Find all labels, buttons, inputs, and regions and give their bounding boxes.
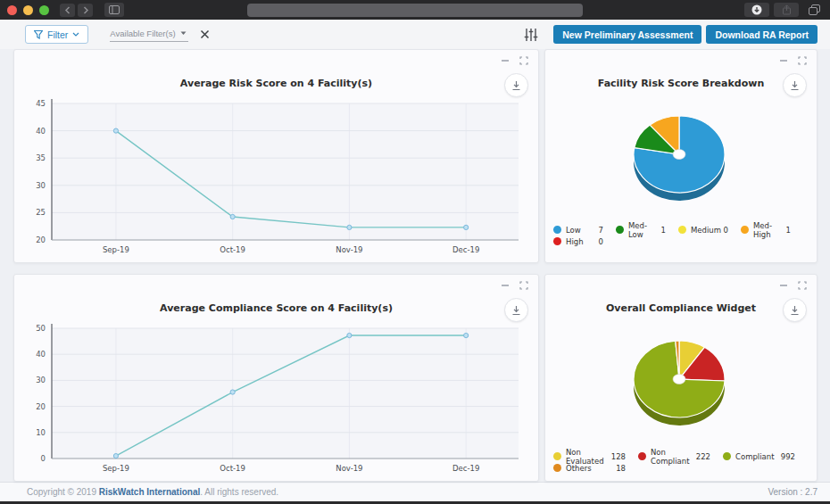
svg-text:Sep-19: Sep-19 [103,464,129,473]
tabs-icon [809,4,820,15]
data-point[interactable] [230,390,235,394]
legend-value: 222 [696,452,723,461]
legend-value: 0 [724,226,741,235]
legend-value: 1 [661,226,678,235]
collapse-icon[interactable] [501,281,510,290]
sidebar-toggle-button[interactable] [104,3,124,17]
version-label: Version : 2.7 [768,487,818,497]
download-icon [511,305,521,316]
browser-window: Filter Available Filter(s) New Prelimina… [0,0,830,504]
legend-swatch [638,452,646,460]
panel-actions [501,56,528,65]
panel-actions [779,56,807,65]
footer: Copyright © 2019 RiskWatch International… [0,482,830,501]
address-input[interactable] [247,6,583,20]
export-chart-button[interactable] [783,73,807,97]
legend-label: Others [566,464,592,473]
collapse-icon[interactable] [779,56,788,65]
legend-swatch [678,226,686,234]
data-point[interactable] [347,225,352,229]
legend-swatch [741,226,749,234]
legend-item[interactable]: Medium0 [678,224,741,235]
tabs-button[interactable] [803,3,825,17]
legend-value: 18 [616,464,638,473]
legend-item[interactable]: Compliant992 [723,450,808,462]
svg-text:Dec-19: Dec-19 [452,245,479,254]
panel-actions [779,281,807,290]
risk-breakdown-panel: Facility Risk Score Breakdown Low7Med-Lo… [544,49,818,263]
downloads-button[interactable] [744,3,769,17]
legend-swatch [723,452,731,460]
svg-text:Oct-19: Oct-19 [220,464,245,473]
expand-icon[interactable] [798,281,807,290]
svg-text:45: 45 [36,99,46,108]
data-point[interactable] [113,453,118,458]
risk-pie-chart [556,101,806,206]
legend-item[interactable]: Med-Low1 [616,224,678,235]
svg-text:30: 30 [36,181,46,190]
zoom-window-button[interactable] [39,5,49,15]
close-window-button[interactable] [7,5,17,15]
address-bar[interactable] [247,4,583,17]
titlebar [0,0,830,20]
sliders-icon[interactable] [524,28,538,42]
legend-label: Compliant [735,452,774,461]
expand-icon[interactable] [519,56,528,65]
compliance-pie-chart [556,326,806,431]
share-button[interactable] [774,3,799,17]
risk-score-panel: Average Risk Score on 4 Facility(s) 2025… [13,49,539,263]
compliance-widget-panel: Overall Compliance Widget Non Evaluated1… [544,274,818,482]
close-icon [200,29,210,39]
back-button[interactable] [60,4,75,17]
data-point[interactable] [113,128,118,133]
chevron-right-icon [82,6,89,14]
riskwatch-link[interactable]: RiskWatch International [99,487,201,497]
svg-text:10: 10 [36,428,46,437]
collapse-icon[interactable] [779,281,788,290]
data-point[interactable] [464,333,469,337]
chevron-left-icon [64,6,71,14]
legend-item[interactable]: Med-High1 [741,224,803,235]
export-chart-button[interactable] [504,298,528,322]
copyright-prefix: Copyright © 2019 [27,487,99,497]
filter-toolbar: Filter Available Filter(s) New Prelimina… [0,20,830,49]
compliance-score-panel: Average Compliance Score on 4 Facility(s… [13,274,539,482]
data-point[interactable] [347,333,352,337]
filter-button[interactable]: Filter [25,25,88,44]
legend-item[interactable]: Low7 [553,224,616,235]
risk-pie-legend: Low7Med-Low1Medium0Med-High1High0 [553,224,803,247]
legend-label: Non Compliant [651,448,696,466]
available-filters-value: Available Filter(s) [110,29,175,38]
legend-item[interactable]: Others18 [553,462,638,474]
download-icon [511,80,521,91]
legend-swatch [553,226,561,234]
toolbar-right: New Preliminary Assessment Download RA R… [524,25,830,44]
new-preliminary-assessment-button[interactable]: New Preliminary Assessment [553,25,701,44]
minimize-window-button[interactable] [23,5,33,15]
svg-text:20: 20 [36,402,46,411]
caret-down-icon [180,31,187,36]
legend-item[interactable]: Non Evaluated128 [553,450,638,462]
panel-title: Overall Compliance Widget [545,302,817,314]
forward-button[interactable] [78,4,93,17]
available-filters-select[interactable]: Available Filter(s) [110,27,188,42]
legend-item[interactable]: Non Compliant222 [638,450,723,462]
svg-text:Nov-19: Nov-19 [336,245,362,254]
panel-title: Average Compliance Score on 4 Facility(s… [14,302,538,314]
download-ra-report-button[interactable]: Download RA Report [706,25,818,44]
download-icon [790,305,800,316]
data-point[interactable] [230,214,235,219]
download-icon [790,80,800,91]
expand-icon[interactable] [798,56,807,65]
collapse-icon[interactable] [501,56,510,65]
clear-filter-button[interactable] [200,29,210,39]
svg-text:Sep-19: Sep-19 [103,245,129,254]
export-chart-button[interactable] [504,73,528,97]
export-chart-button[interactable] [783,298,807,322]
legend-value: 992 [781,452,808,461]
legend-label: Med-Low [628,221,661,239]
legend-label: Med-High [753,221,786,239]
expand-icon[interactable] [519,281,528,290]
legend-item[interactable]: High0 [553,235,616,247]
data-point[interactable] [464,225,469,229]
